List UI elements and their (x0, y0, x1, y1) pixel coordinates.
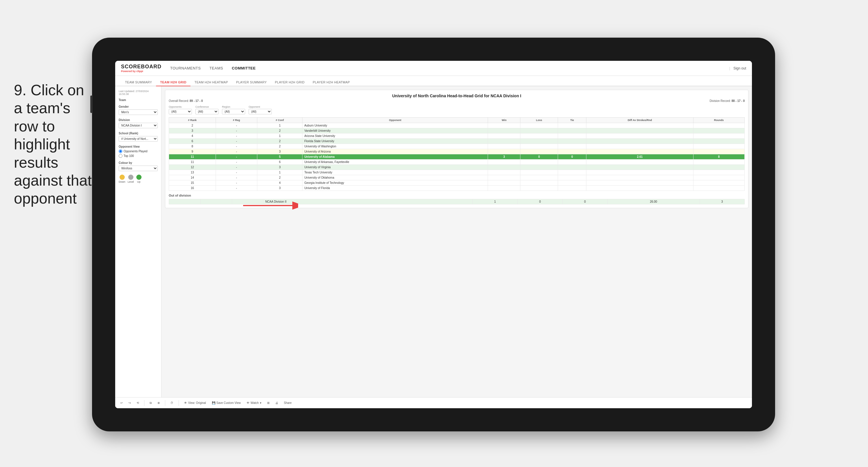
cell-win (488, 149, 520, 154)
cell-rounds (693, 170, 744, 175)
cell-win (488, 123, 520, 128)
table-row[interactable]: 13-1Texas Tech University (169, 170, 745, 175)
filter-row: Opponents: (All) Conference (All) (169, 106, 745, 114)
table-row[interactable]: 15-4Georgia Institute of Technology (169, 180, 745, 185)
opponent-select[interactable]: (All) (249, 109, 272, 114)
tab-team-h2h-grid[interactable]: TEAM H2H GRID (156, 79, 190, 86)
tab-team-summary[interactable]: TEAM SUMMARY (121, 79, 156, 86)
cell-rank: 2 (169, 123, 216, 128)
table-row[interactable]: 12-3University of Virginia (169, 165, 745, 170)
tab-player-h2h-heatmap[interactable]: PLAYER H2H HEATMAP (309, 79, 354, 86)
cell-opponent: Auburn University (303, 123, 488, 128)
table-row[interactable]: 4-1Arizona State University (169, 134, 745, 139)
h2h-table: # Rank # Reg # Conf Opponent Win Loss Ti… (169, 117, 745, 191)
undo-btn[interactable]: ↩ (119, 401, 124, 405)
cell-opponent: University of Oklahoma (303, 175, 488, 180)
cell-loss (520, 159, 558, 165)
cell-conf: 3 (257, 185, 303, 191)
redo-btn[interactable]: ↪ (127, 401, 132, 405)
school-select[interactable]: # University of Nort... (119, 136, 158, 142)
out-of-division-row[interactable]: NCAA Division II 1 0 0 26.00 3 (169, 199, 745, 204)
grid-title: University of North Carolina Head-to-Hea… (169, 93, 745, 98)
legend: Down Level Up (119, 175, 158, 183)
paste-btn[interactable]: ⊕ (156, 401, 161, 405)
cell-diff (586, 170, 693, 175)
table-row[interactable]: 11-6University of Arkansas, Fayetteville (169, 159, 745, 165)
col-win: Win (488, 118, 520, 123)
sidebar-school-section: School (Rank) # University of Nort... (119, 132, 158, 142)
main-content: Last Updated: 27/03/2024 16:55:38 Team G… (115, 86, 752, 408)
back-btn[interactable]: ⟲ (135, 401, 141, 405)
cell-win (488, 180, 520, 185)
cell-win: 3 (488, 154, 520, 159)
clock-btn[interactable]: ⏱ (169, 401, 175, 405)
cell-rounds (693, 175, 744, 180)
cell-reg: - (216, 128, 257, 134)
colour-select[interactable]: Win/loss (119, 166, 158, 171)
table-row[interactable]: 11-5University of Alabama3002.618 (169, 154, 745, 159)
save-custom-view-btn[interactable]: 💾 Save Custom View (210, 401, 243, 405)
cell-tie (558, 134, 586, 139)
opponents-filter-label: Opponents: (169, 106, 192, 108)
table-row[interactable]: 14-2University of Oklahoma (169, 175, 745, 180)
conference-select[interactable]: (All) (195, 109, 219, 114)
screen-btn[interactable]: ⊞ (266, 401, 271, 405)
cell-opponent: Georgia Institute of Technology (303, 180, 488, 185)
cell-conf: 1 (257, 123, 303, 128)
radio-opponents-played[interactable]: Opponents Played (119, 149, 158, 153)
cell-tie (558, 185, 586, 191)
nav-teams[interactable]: TEAMS (210, 66, 223, 70)
tab-player-h2h-grid[interactable]: PLAYER H2H GRID (271, 79, 309, 86)
copy-btn[interactable]: ⧉ (148, 401, 153, 405)
cell-diff (586, 123, 693, 128)
opponents-select[interactable]: (All) (169, 109, 192, 114)
region-select[interactable]: (All) (222, 109, 245, 114)
gender-select[interactable]: Men's (119, 110, 158, 115)
table-row[interactable]: 8-2University of Washington (169, 144, 745, 149)
view-btn[interactable]: 👁 View: Original (182, 401, 208, 405)
tablet-screen: SCOREBOARD Powered by clippi TOURNAMENTS… (115, 61, 752, 408)
table-row[interactable]: 2-1Auburn University (169, 123, 745, 128)
cell-diff (586, 128, 693, 134)
print-btn[interactable]: 🖨 (274, 401, 280, 405)
cell-tie: 0 (562, 199, 607, 204)
cell-opponent: Florida State University (303, 139, 488, 144)
nav-tournaments[interactable]: TOURNAMENTS (170, 66, 201, 70)
cell-reg: - (216, 154, 257, 159)
table-row[interactable]: 16-3University of Florida (169, 185, 745, 191)
opponents-filter: Opponents: (All) (169, 106, 192, 114)
table-row[interactable]: 9-3University of Arizona (169, 149, 745, 154)
sidebar-school-label: School (Rank) (119, 132, 158, 135)
cell-rank: 13 (169, 170, 216, 175)
tab-player-summary[interactable]: PLAYER SUMMARY (232, 79, 271, 86)
nav-bar: SCOREBOARD Powered by clippi TOURNAMENTS… (115, 61, 752, 76)
cell-reg: - (216, 159, 257, 165)
cell-rank (169, 199, 200, 204)
cell-diff (586, 149, 693, 154)
cell-diff (586, 144, 693, 149)
cell-rank: 4 (169, 134, 216, 139)
sidebar-opponent-view-label: Opponent View (119, 145, 158, 148)
cell-conf: 2 (257, 128, 303, 134)
cell-rank: 15 (169, 180, 216, 185)
cell-tie: 0 (558, 154, 586, 159)
nav-committee[interactable]: COMMITTEE (232, 66, 256, 70)
cell-loss (520, 144, 558, 149)
cell-division: NCAA Division II (264, 199, 473, 204)
sign-out-link[interactable]: Sign out (734, 66, 746, 70)
col-rounds: Rounds (693, 118, 744, 123)
tab-team-h2h-heatmap[interactable]: TEAM H2H HEATMAP (190, 79, 232, 86)
division-select[interactable]: NCAA Division I (119, 123, 158, 128)
cell-reg: - (216, 165, 257, 170)
cell-rank: 9 (169, 149, 216, 154)
cell-win (488, 175, 520, 180)
table-row[interactable]: 6-2Florida State University (169, 139, 745, 144)
radio-top-100[interactable]: Top 100 (119, 154, 158, 158)
watch-btn[interactable]: 👁 Watch ▾ (245, 401, 263, 405)
share-btn[interactable]: Share (282, 401, 293, 405)
cell-win (488, 159, 520, 165)
cell-tie (558, 139, 586, 144)
cell-diff (586, 139, 693, 144)
col-tie: Tie (558, 118, 586, 123)
table-row[interactable]: 3-2Vanderbilt University (169, 128, 745, 134)
